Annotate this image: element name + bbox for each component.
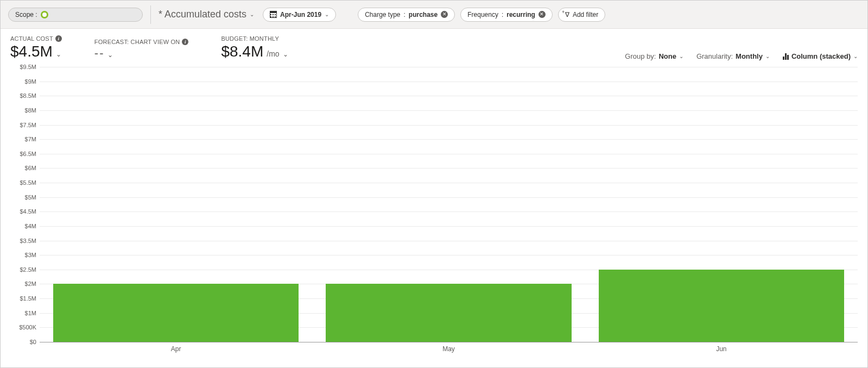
info-icon[interactable]: i — [55, 35, 62, 42]
add-filter-label: Add filter — [573, 11, 598, 18]
kpi-actual-cost: ACTUAL COST i $4.5M ⌄ — [10, 35, 62, 60]
group-by-selector[interactable]: Group by: None ⌄ — [625, 52, 683, 60]
x-axis: AprMayJun — [40, 342, 858, 357]
y-axis-tick-label: $5M — [10, 194, 36, 201]
chart-controls: Group by: None ⌄ Granularity: Monthly ⌄ … — [625, 52, 858, 60]
add-filter-button[interactable]: +∇ Add filter — [558, 8, 605, 22]
kpi-budget-value[interactable]: $8.4M /mo ⌄ — [221, 43, 288, 60]
kpi-label: ACTUAL COST i — [10, 35, 62, 42]
filter-key: Charge type — [365, 11, 400, 18]
kpi-label: BUDGET: MONTHLY — [221, 35, 288, 42]
kpi-value-text: $8.4M — [221, 43, 263, 60]
chart-bar[interactable] — [53, 284, 299, 342]
kpi-label-text: BUDGET: MONTHLY — [221, 35, 279, 42]
view-name-dropdown[interactable]: * Accumulated costs ⌄ — [159, 9, 254, 20]
x-axis-tick-label: Apr — [171, 345, 181, 353]
kpi-forecast: FORECAST: CHART VIEW ON i -- ⌄ — [94, 39, 189, 60]
filter-colon: : — [502, 11, 503, 18]
x-axis-tick-label: Jun — [716, 345, 726, 353]
scope-label: Scope : — [15, 11, 37, 18]
group-by-label: Group by: — [625, 52, 656, 60]
chevron-down-icon: ⌄ — [765, 53, 770, 59]
view-name-text: * Accumulated costs — [159, 9, 246, 20]
grid-line — [40, 211, 858, 212]
filter-value: purchase — [409, 11, 438, 18]
kpi-label-text: FORECAST: CHART VIEW ON — [94, 39, 180, 45]
date-range-selector[interactable]: Apr-Jun 2019 ⌄ — [263, 8, 336, 22]
info-icon[interactable]: i — [182, 39, 188, 45]
granularity-selector[interactable]: Granularity: Monthly ⌄ — [696, 52, 770, 60]
chart-type-selector[interactable]: Column (stacked) ⌄ — [783, 52, 858, 60]
y-axis-tick-label: $6.5M — [10, 151, 36, 157]
filter-value: recurring — [506, 11, 535, 18]
y-axis-tick-label: $5.5M — [10, 179, 36, 186]
y-axis-tick-label: $9.5M — [10, 64, 36, 70]
grid-line — [40, 226, 858, 227]
chevron-down-icon: ⌄ — [325, 11, 329, 17]
chevron-down-icon: ⌄ — [283, 51, 288, 58]
filter-colon: : — [404, 11, 406, 18]
filter-chip-charge-type[interactable]: Charge type : purchase ✕ — [358, 8, 455, 22]
y-axis-tick-label: $6M — [10, 165, 36, 171]
grid-line — [40, 197, 858, 198]
y-axis-tick-label: $9M — [10, 78, 36, 85]
x-axis-tick-label: May — [442, 345, 455, 353]
grid-line — [40, 154, 858, 154]
grid-line — [40, 67, 858, 67]
remove-filter-icon[interactable]: ✕ — [538, 11, 546, 18]
toolbar-separator — [150, 5, 151, 24]
kpi-actual-cost-value[interactable]: $4.5M ⌄ — [10, 43, 62, 60]
scope-selector[interactable]: Scope : — [8, 8, 143, 22]
grid-line — [40, 255, 858, 255]
y-axis-tick-label: $1.5M — [10, 295, 36, 302]
kpi-value-suffix: /mo — [267, 49, 279, 58]
scope-icon — [41, 11, 48, 18]
kpi-budget: BUDGET: MONTHLY $8.4M /mo ⌄ — [221, 35, 288, 60]
kpi-label-text: ACTUAL COST — [10, 35, 53, 42]
y-axis-tick-label: $8M — [10, 107, 36, 114]
kpi-value-text: -- — [94, 46, 105, 60]
date-range-text: Apr-Jun 2019 — [280, 11, 321, 18]
chevron-down-icon: ⌄ — [679, 53, 683, 59]
remove-filter-icon[interactable]: ✕ — [441, 11, 448, 18]
plot-area — [40, 67, 858, 342]
chart-bar[interactable] — [599, 270, 844, 342]
kpi-forecast-value[interactable]: -- ⌄ — [94, 46, 189, 60]
grid-line — [40, 139, 858, 140]
y-axis-tick-label: $2M — [10, 280, 36, 287]
chart-container: $0$500K$1M$1.5M$2M$2.5M$3M$3.5M$4M$4.5M$… — [1, 63, 867, 359]
chevron-down-icon: ⌄ — [250, 11, 254, 17]
grid-line — [40, 241, 858, 241]
filter-icon: +∇ — [565, 11, 569, 18]
toolbar: Scope : * Accumulated costs ⌄ Apr-Jun 20… — [1, 1, 867, 29]
grid-line — [40, 168, 858, 169]
chart-bar[interactable] — [326, 284, 571, 342]
y-axis-tick-label: $500K — [10, 324, 36, 330]
chart-type-text: Column (stacked) — [791, 52, 851, 60]
cost-bar-chart: $0$500K$1M$1.5M$2M$2.5M$3M$3.5M$4M$4.5M$… — [10, 67, 858, 342]
calendar-icon — [270, 11, 277, 18]
kpi-value-text: $4.5M — [10, 43, 53, 60]
kpi-label: FORECAST: CHART VIEW ON i — [94, 39, 189, 45]
y-axis-tick-label: $7.5M — [10, 122, 36, 128]
y-axis-tick-label: $1M — [10, 310, 36, 316]
y-axis-tick-label: $8.5M — [10, 92, 36, 99]
grid-line — [40, 125, 858, 126]
granularity-value: Monthly — [736, 52, 763, 60]
y-axis-tick-label: $7M — [10, 136, 36, 142]
y-axis-tick-label: $4.5M — [10, 208, 36, 215]
group-by-value: None — [658, 52, 676, 60]
granularity-label: Granularity: — [696, 52, 733, 60]
filter-key: Frequency — [467, 11, 498, 18]
y-axis-tick-label: $0 — [10, 339, 36, 345]
y-axis-tick-label: $4M — [10, 223, 36, 229]
chevron-down-icon: ⌄ — [853, 53, 858, 59]
filter-chip-frequency[interactable]: Frequency : recurring ✕ — [460, 8, 553, 22]
grid-line — [40, 183, 858, 183]
grid-line — [40, 110, 858, 111]
y-axis-tick-label: $3.5M — [10, 238, 36, 244]
column-chart-icon — [783, 53, 789, 60]
kpi-row: ACTUAL COST i $4.5M ⌄ FORECAST: CHART VI… — [1, 29, 867, 63]
chevron-down-icon: ⌄ — [107, 51, 113, 59]
y-axis-tick-label: $3M — [10, 252, 36, 258]
